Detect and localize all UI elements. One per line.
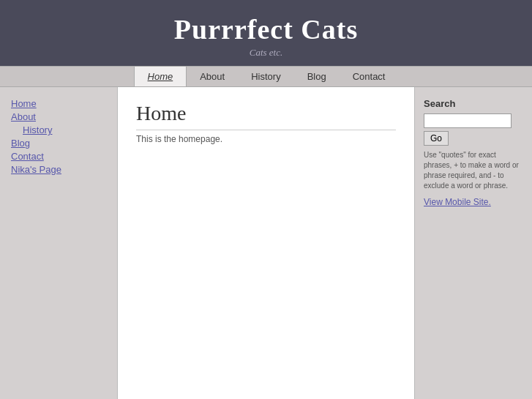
search-label: Search (424, 98, 523, 109)
nav-item-about[interactable]: About (187, 67, 238, 86)
search-hint: Use "quotes" for exact phrases, + to mak… (424, 150, 523, 191)
site-header: Purrrfect Cats Cats etc. (0, 0, 532, 66)
search-panel: Search Go Use "quotes" for exact phrases… (415, 87, 532, 399)
sidebar-link-nika-s-page[interactable]: Nika's Page (11, 164, 106, 175)
page-description: This is the homepage. (136, 134, 396, 144)
site-title: Purrrfect Cats (0, 13, 532, 45)
sidebar-link-about[interactable]: About (11, 111, 106, 122)
nav-item-history[interactable]: History (238, 67, 293, 86)
nav-item-home[interactable]: Home (134, 67, 187, 86)
search-button[interactable]: Go (424, 131, 449, 146)
main-content: Home This is the homepage. (117, 87, 415, 399)
nav-item-contact[interactable]: Contact (340, 67, 399, 86)
page-heading: Home (136, 102, 396, 130)
site-subtitle: Cats etc. (0, 47, 532, 59)
sidebar: HomeAboutHistoryBlogContactNika's Page (0, 87, 117, 399)
mobile-site-link[interactable]: View Mobile Site. (424, 197, 523, 207)
content-wrapper: HomeAboutHistoryBlogContactNika's Page H… (0, 87, 532, 399)
nav-bar: HomeAboutHistoryBlogContact (0, 66, 532, 87)
search-input[interactable] (424, 113, 512, 128)
sidebar-link-contact[interactable]: Contact (11, 151, 106, 162)
sidebar-link-history[interactable]: History (23, 124, 106, 135)
sidebar-link-home[interactable]: Home (11, 98, 106, 109)
sidebar-link-blog[interactable]: Blog (11, 138, 106, 149)
nav-item-blog[interactable]: Blog (294, 67, 340, 86)
